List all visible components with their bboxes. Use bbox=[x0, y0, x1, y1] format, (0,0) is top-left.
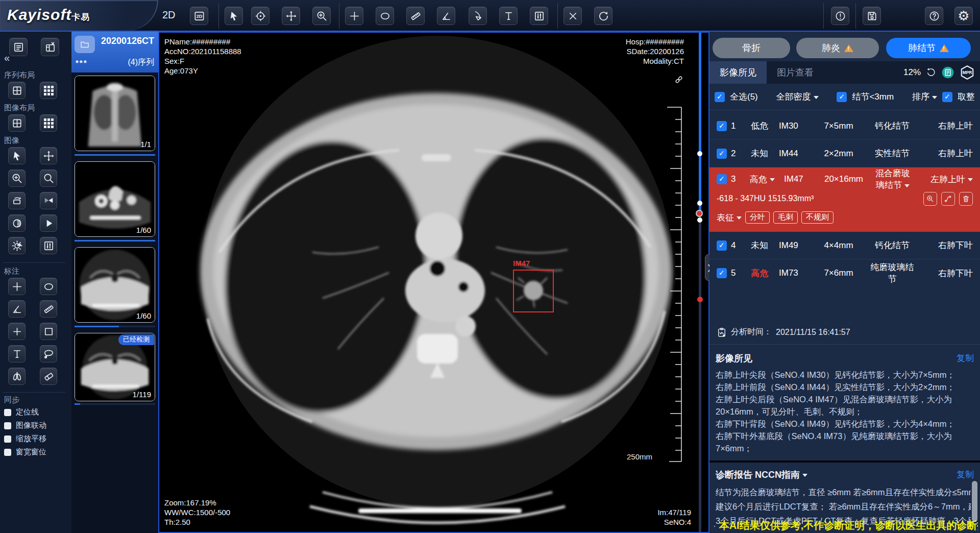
series-layout-2x2-button[interactable] bbox=[8, 82, 26, 99]
zoom-tool-button[interactable] bbox=[312, 7, 331, 25]
anno-rect-button[interactable] bbox=[40, 323, 57, 340]
image-pan-button[interactable] bbox=[40, 147, 57, 164]
checkbox-unchecked[interactable] bbox=[4, 435, 11, 443]
copy-findings-link[interactable]: 复制 bbox=[957, 352, 974, 364]
refresh-icon[interactable] bbox=[926, 67, 936, 78]
image-layout-3x3-button[interactable] bbox=[40, 114, 57, 132]
current-slice-marker[interactable] bbox=[696, 210, 703, 217]
nodule-marker-dot-red[interactable] bbox=[697, 297, 703, 302]
image-window-level-button[interactable] bbox=[40, 237, 57, 254]
image-brightness-button[interactable] bbox=[8, 237, 26, 254]
row-checkbox[interactable] bbox=[717, 268, 727, 278]
small-nodule-checkbox[interactable] bbox=[837, 92, 847, 102]
slice-slider-track-lower[interactable] bbox=[699, 215, 701, 532]
nodule-type-dropdown[interactable]: 混合磨玻璃结节 bbox=[872, 167, 914, 191]
save-button[interactable] bbox=[863, 7, 881, 25]
image-pointer-button[interactable] bbox=[8, 147, 26, 164]
anno-angle-button[interactable] bbox=[8, 300, 26, 318]
ellipse-tool-button[interactable] bbox=[376, 7, 394, 25]
tab-lung-nodule[interactable]: 肺结节 bbox=[886, 38, 971, 58]
nodule-row-2[interactable]: 2 未知 IM44 2×2mm 实性结节 右肺上叶 bbox=[709, 140, 980, 167]
image-zoom-button[interactable] bbox=[8, 169, 26, 187]
image-flip-button[interactable] bbox=[40, 192, 57, 209]
angle-tool-button[interactable] bbox=[437, 7, 455, 25]
checkbox-unchecked[interactable] bbox=[4, 409, 11, 416]
sync-option-row[interactable]: 缩放平移 bbox=[4, 434, 46, 444]
nodule-marker-dot[interactable] bbox=[697, 201, 702, 206]
thumbnail-series-3[interactable]: 1/60 bbox=[75, 247, 155, 323]
ruler-tool-button[interactable] bbox=[406, 7, 425, 25]
trait-tag[interactable]: 毛刺 bbox=[773, 211, 798, 224]
crosshair-tool-button[interactable] bbox=[345, 7, 363, 25]
window-level-tool-button[interactable] bbox=[530, 7, 548, 25]
anno-eraser-button[interactable] bbox=[40, 368, 57, 385]
link-icon[interactable] bbox=[674, 75, 684, 85]
cobb-angle-tool-button[interactable] bbox=[469, 7, 487, 25]
thumbnail-series-4[interactable]: 已经检测 1/119 bbox=[75, 333, 155, 401]
collapse-sidebar-button[interactable]: « bbox=[4, 52, 10, 64]
sync-option-row[interactable]: 窗宽窗位 bbox=[4, 447, 46, 457]
pointer-tool-button[interactable] bbox=[225, 7, 243, 25]
sync-option-row[interactable]: 定位线 bbox=[4, 407, 39, 417]
nodule-marker-dot[interactable] bbox=[697, 151, 702, 156]
pan-tool-button[interactable] bbox=[282, 7, 300, 25]
mode-2d-button[interactable]: 2D bbox=[190, 7, 208, 25]
thumbnail-series-2[interactable]: 1/60 bbox=[75, 161, 155, 237]
nodule-marker-dot[interactable] bbox=[697, 217, 702, 223]
anno-plus-button[interactable] bbox=[8, 323, 26, 340]
row-checkbox[interactable] bbox=[717, 174, 727, 184]
image-layout-2x2-button[interactable] bbox=[8, 114, 26, 132]
sort-control[interactable]: 排序 bbox=[912, 91, 937, 103]
nodule-row-1[interactable]: 1 低危 IM30 7×5mm 钙化结节 右肺上叶 bbox=[709, 112, 980, 140]
text-tool-button[interactable] bbox=[499, 7, 518, 25]
nodule-row-4[interactable]: 4 未知 IM49 4×4mm 钙化结节 右肺下叶 bbox=[709, 232, 980, 259]
slice-slider-track-upper[interactable] bbox=[699, 33, 701, 215]
locate-tool-button[interactable] bbox=[251, 7, 270, 25]
checkbox-unchecked[interactable] bbox=[4, 449, 11, 456]
round-checkbox[interactable] bbox=[942, 92, 952, 102]
trait-dropdown[interactable]: 表征 bbox=[717, 212, 742, 224]
row-checkbox[interactable] bbox=[717, 240, 727, 251]
help-button[interactable] bbox=[925, 7, 943, 25]
folder-button[interactable] bbox=[75, 36, 95, 53]
checkbox-unchecked[interactable] bbox=[4, 422, 11, 429]
tab-pneumonia[interactable]: 肺炎 bbox=[796, 38, 879, 58]
series-header[interactable]: 20200126CT *** (4)序列 bbox=[71, 32, 158, 72]
image-invert-button[interactable] bbox=[8, 214, 26, 232]
select-all-checkbox[interactable] bbox=[715, 92, 725, 102]
tab-fracture[interactable]: 骨折 bbox=[713, 38, 790, 58]
trait-tag[interactable]: 不规则 bbox=[801, 211, 834, 224]
follow-up-button[interactable] bbox=[941, 192, 955, 206]
image-play-button[interactable] bbox=[40, 214, 57, 232]
tab-image-view[interactable]: 图片查看 bbox=[767, 61, 824, 84]
copy-report-link[interactable]: 复制 bbox=[957, 469, 974, 480]
trait-tag[interactable]: 分叶 bbox=[745, 211, 770, 224]
anno-crosshair-button[interactable] bbox=[8, 278, 26, 295]
row-checkbox[interactable] bbox=[717, 149, 727, 159]
density-filter[interactable]: 全部密度 bbox=[776, 91, 819, 103]
panel-list-button[interactable] bbox=[9, 38, 28, 56]
risk-level-dropdown[interactable]: 高危 bbox=[744, 174, 780, 185]
tab-findings[interactable]: 影像所见 bbox=[709, 61, 767, 84]
nodule-roi-box[interactable] bbox=[513, 270, 554, 312]
anno-lasso-button[interactable] bbox=[40, 345, 57, 362]
reset-button[interactable] bbox=[594, 7, 612, 25]
panel-close-button[interactable] bbox=[41, 38, 59, 56]
settings-button[interactable]: ⚙ bbox=[954, 7, 973, 25]
report-chat-icon[interactable] bbox=[941, 66, 954, 79]
series-layout-3x3-button[interactable] bbox=[40, 82, 57, 99]
ct-viewport[interactable]: PName:######### AccNO:202101158888 Sex:F… bbox=[158, 32, 709, 533]
nodule-row-5[interactable]: 5 高危 IM73 7×6mm 纯磨玻璃结节 右肺下叶 bbox=[709, 259, 980, 287]
panel-scrollbar[interactable] bbox=[972, 481, 977, 522]
anno-lung-segment-button[interactable] bbox=[8, 368, 26, 385]
mpr-button[interactable]: MPR bbox=[960, 65, 975, 80]
delete-annotation-button[interactable] bbox=[564, 7, 582, 25]
anno-text-button[interactable] bbox=[8, 345, 26, 362]
alert-button[interactable] bbox=[831, 7, 849, 25]
image-search-button[interactable] bbox=[40, 169, 57, 187]
row-checkbox[interactable] bbox=[717, 121, 727, 131]
anno-ruler-button[interactable] bbox=[40, 300, 57, 318]
nodule-row-3-selected[interactable]: 3 高危 IM47 20×16mm 混合磨玻璃结节 左肺上叶 -618 - 34… bbox=[709, 167, 980, 232]
image-rotate-button[interactable] bbox=[8, 192, 26, 209]
thumbnail-scout[interactable]: 1/1 bbox=[75, 76, 155, 151]
